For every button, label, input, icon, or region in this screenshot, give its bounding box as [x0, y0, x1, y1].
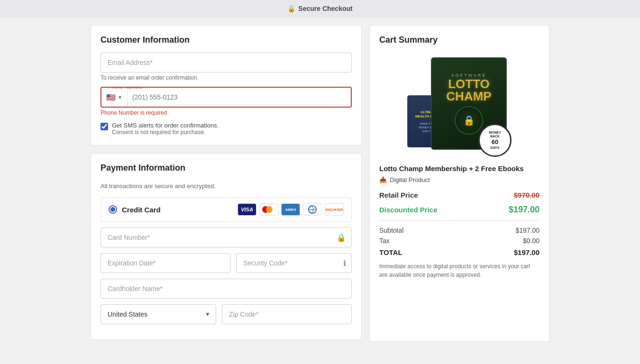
email-field[interactable]: [101, 53, 352, 73]
discount-price-row: Discounted Price $197.00: [379, 205, 539, 215]
diners-icon: [303, 203, 322, 216]
tax-value: $0.00: [523, 237, 539, 245]
security-code-wrapper: ℹ: [236, 253, 352, 273]
cart-summary-title: Cart Summary: [379, 35, 539, 45]
phone-country-selector[interactable]: 🇺🇸 ▼: [101, 88, 128, 107]
card-number-wrapper: 🔒: [101, 228, 352, 247]
phone-wrapper: Phone Number* 🇺🇸 ▼: [101, 87, 352, 108]
sms-label-group: Get SMS alerts for order confirmations. …: [112, 122, 219, 136]
phone-input[interactable]: [128, 88, 351, 107]
discover-icon: DISC●VER: [325, 203, 344, 216]
total-value: $197.00: [514, 248, 539, 256]
secure-checkout-label: Secure Checkout: [298, 5, 352, 12]
phone-arrow-icon: ▼: [118, 95, 122, 100]
credit-card-radio[interactable]: [109, 205, 117, 214]
phone-group: Phone Number* 🇺🇸 ▼ Phone Number is requi…: [101, 87, 352, 116]
credit-card-label: Credit Card: [122, 206, 233, 214]
country-wrapper: United States ▼: [101, 304, 216, 324]
payment-header: Payment Information: [101, 163, 352, 181]
retail-price-row: Retail Price $970.00: [379, 191, 539, 199]
visa-icon: VISA: [238, 203, 256, 216]
card-number-group: 🔒: [101, 228, 352, 247]
main-layout: Customer Information To receive an email…: [83, 18, 557, 349]
exp-security-group: ℹ: [101, 253, 352, 273]
sms-checkbox[interactable]: [101, 123, 108, 130]
expiration-input[interactable]: [101, 253, 230, 273]
mastercard-icon: [259, 203, 278, 216]
phone-error: Phone Number is required: [101, 109, 352, 116]
discount-price: $197.00: [509, 205, 539, 215]
subtotal-value: $197.00: [515, 227, 539, 234]
customer-info-card: Customer Information To receive an email…: [91, 25, 362, 146]
country-select[interactable]: United States: [101, 304, 216, 324]
tax-row: Tax $0.00: [379, 237, 539, 245]
subtotal-row: Subtotal $197.00: [379, 227, 539, 234]
country-zip-group: United States ▼: [101, 304, 352, 324]
flag-emoji: 🇺🇸: [106, 93, 116, 102]
phone-label: Phone Number*: [106, 87, 147, 90]
info-icon[interactable]: ℹ: [343, 259, 346, 268]
left-panel: Customer Information To receive an email…: [91, 25, 362, 342]
payment-subtitle: All transactions are secure and encrypte…: [101, 182, 352, 190]
customer-info-title: Customer Information: [101, 35, 352, 45]
payment-info-card: Payment Information All transactions are…: [91, 153, 362, 340]
security-code-input[interactable]: [236, 253, 352, 273]
discount-label: Discounted Price: [379, 206, 438, 214]
email-group: To receive an email order confirmation.: [101, 53, 352, 81]
cardholder-name-input[interactable]: [101, 279, 352, 299]
payment-info-title: Payment Information: [101, 163, 185, 173]
radio-inner: [110, 207, 115, 212]
download-icon: 📥: [379, 176, 387, 183]
credit-card-option[interactable]: Credit Card VISA AMEX DISC●VER: [101, 197, 352, 222]
retail-label: Retail Price: [379, 191, 418, 199]
lock-icon: 🔒: [287, 5, 295, 12]
price-divider: [379, 220, 539, 221]
product-image-area: SOFTWARE LOTTOCHAMP 🔒 ULTIMATEWEALTH GUA…: [379, 53, 539, 157]
sms-label: Get SMS alerts for order confirmations.: [112, 122, 219, 129]
email-hint: To receive an email order confirmation.: [101, 74, 352, 81]
zip-code-input[interactable]: [222, 304, 352, 324]
lock-card-icon: 🔒: [337, 233, 346, 242]
amex-icon: AMEX: [281, 203, 300, 216]
subtotal-label: Subtotal: [379, 227, 403, 234]
card-number-input[interactable]: [101, 228, 352, 247]
digital-badge: 📥 Digital Product: [379, 176, 539, 183]
digital-label: Digital Product: [390, 176, 430, 183]
access-note: Immediate access to digital products or …: [379, 262, 539, 279]
total-label: TOTAL: [379, 248, 402, 256]
cardholder-group: [101, 279, 352, 299]
retail-price: $970.00: [514, 191, 539, 199]
tax-label: Tax: [379, 237, 390, 245]
product-title: Lotto Champ Membership + 2 Free Ebooks: [379, 164, 539, 173]
sms-sublabel: Consent is not required for purchase.: [112, 129, 219, 136]
cart-summary-panel: Cart Summary SOFTWARE LOTTOCHAMP 🔒 ULTIM…: [369, 25, 549, 342]
card-icons: VISA AMEX DISC●VER: [238, 203, 344, 216]
total-row: TOTAL $197.00: [379, 248, 539, 256]
secure-checkout-bar: 🔒 Secure Checkout: [0, 0, 640, 18]
sms-checkbox-row: Get SMS alerts for order confirmations. …: [101, 122, 352, 136]
product-image: SOFTWARE LOTTOCHAMP 🔒 ULTIMATEWEALTH GUA…: [407, 53, 512, 157]
